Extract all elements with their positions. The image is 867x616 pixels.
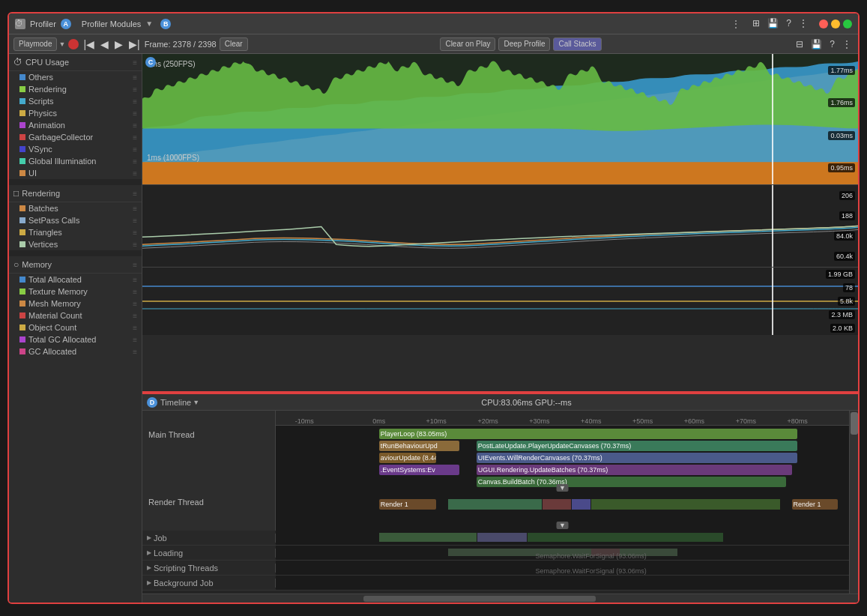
render-bar-right[interactable]: Render 1	[792, 499, 838, 510]
post-late-update-bar[interactable]: PostLateUpdate.PlayerUpdateCanvases (70.…	[477, 441, 797, 451]
playmode-arrow-icon[interactable]: ▼	[58, 40, 65, 48]
memory-chart[interactable]: 1.99 GB 78 5.8k 2.3 MB 2.0 KB	[142, 268, 858, 335]
help2-icon[interactable]: ?	[827, 39, 837, 49]
ui-events-bar[interactable]: UIEvents.WillRenderCanvases (70.37ms)	[477, 453, 797, 463]
triangles-handle[interactable]: ≡	[133, 229, 137, 237]
loading-expand-arrow[interactable]: ▶	[147, 549, 151, 556]
render-chart[interactable]: 206 188 84.0k 60.4k	[142, 185, 858, 268]
memory-drag-handle[interactable]: ≡	[133, 261, 137, 269]
sidebar-item-total-gc[interactable]: Total GC Allocated ≡	[9, 333, 142, 345]
canvas-build-bar[interactable]: Canvas.BuildBatch (70.36ms)	[477, 477, 786, 487]
sidebar-item-mesh-mem[interactable]: Mesh Memory ≡	[9, 298, 142, 309]
menu2-icon[interactable]: ⋮	[840, 39, 854, 49]
job-track[interactable]: ▶ Job	[142, 531, 849, 546]
sidebar-item-gi[interactable]: Global Illumination ≡	[9, 155, 142, 167]
object-count-handle[interactable]: ≡	[133, 324, 137, 332]
scrollbar-thumb[interactable]	[851, 412, 858, 435]
loading-track[interactable]: ▶ Loading Semaphore.WaitForSignal (93.06…	[142, 546, 849, 561]
timeline-dropdown-icon[interactable]: ▼	[193, 399, 199, 406]
memory-section-header[interactable]: ○ Memory ≡	[9, 256, 142, 274]
sidebar-item-gc[interactable]: GarbageCollector ≡	[9, 131, 142, 143]
sidebar-item-animation[interactable]: Animation ≡	[9, 119, 142, 131]
playmode-dropdown[interactable]: Playmode ▼	[13, 37, 65, 51]
sidebar-item-others[interactable]: Others ≡	[9, 71, 142, 83]
mesh-mem-handle[interactable]: ≡	[133, 300, 137, 308]
h-scrollbar-thumb[interactable]	[363, 596, 596, 602]
drag-handle[interactable]: ≡	[133, 58, 137, 67]
ugui-rendering-bar[interactable]: UGUI.Rendering.UpdateBatches (70.37ms)	[477, 465, 792, 475]
sidebar-item-gc-alloc[interactable]: GC Allocated ≡	[9, 345, 142, 357]
sidebar-item-object-count[interactable]: Object Count ≡	[9, 321, 142, 333]
ui-handle[interactable]: ≡	[133, 169, 137, 178]
expand-indicator[interactable]: ▼	[556, 484, 569, 492]
sidebar-item-ui[interactable]: UI ≡	[9, 167, 142, 179]
menu-icon[interactable]: ⋮	[797, 18, 810, 30]
toolbar-icon-1[interactable]: ⊞	[750, 18, 762, 30]
next-frame-btn[interactable]: ▶	[113, 38, 124, 50]
collapse-icon[interactable]: ⊟	[794, 39, 806, 49]
texture-mem-handle[interactable]: ≡	[133, 288, 137, 296]
sidebar-item-material-count[interactable]: Material Count ≡	[9, 309, 142, 321]
player-loop-bar[interactable]: PlayerLoop (83.05ms)	[379, 429, 797, 439]
run-behaviour-bar[interactable]: tRunBehaviourUpd	[379, 441, 459, 451]
window-minimize-btn[interactable]	[831, 19, 840, 28]
timeline-h-scrollbar[interactable]	[142, 594, 858, 603]
call-stacks-btn[interactable]: Call Stacks	[553, 37, 601, 51]
sidebar-item-rendering[interactable]: Rendering ≡	[9, 83, 142, 95]
scripting-expand-arrow[interactable]: ▶	[147, 564, 151, 571]
total-alloc-handle[interactable]: ≡	[133, 276, 137, 284]
next-frame-end-btn[interactable]: ▶|	[127, 38, 142, 50]
sidebar-item-setpass[interactable]: SetPass Calls ≡	[9, 214, 142, 226]
help-icon[interactable]: ?	[784, 18, 794, 30]
cpu-section-header[interactable]: ⏱ CPU Usage ≡	[9, 54, 142, 71]
event-systems-bar[interactable]: .EventSystems:Ev	[379, 465, 459, 475]
render-thread-content[interactable]: Render 1 Render 1	[276, 493, 849, 531]
scripts-handle[interactable]: ≡	[133, 97, 137, 106]
render-bar-left[interactable]: Render 1	[379, 499, 437, 510]
prev-frame-start-btn[interactable]: |◀	[82, 38, 96, 50]
more-options-icon[interactable]: ⋮	[731, 18, 741, 30]
window-close-btn[interactable]	[819, 19, 828, 28]
playmode-btn[interactable]: Playmode	[13, 37, 57, 51]
sidebar-item-vsync[interactable]: VSync ≡	[9, 143, 142, 155]
sidebar-item-texture-mem[interactable]: Texture Memory ≡	[9, 286, 142, 298]
scripting-threads-track[interactable]: ▶ Scripting Threads Semaphore.WaitForSig…	[142, 561, 849, 576]
bg-job-expand-arrow[interactable]: ▶	[147, 579, 151, 586]
gc-alloc-handle[interactable]: ≡	[133, 348, 137, 356]
dropdown-arrow-icon[interactable]: ▼	[145, 19, 153, 28]
sidebar-item-batches[interactable]: Batches ≡	[9, 202, 142, 214]
aviour-update-bar[interactable]: aviourUpdate (8.44	[379, 453, 437, 463]
gc-handle[interactable]: ≡	[133, 133, 137, 142]
physics-handle[interactable]: ≡	[133, 109, 137, 118]
sidebar-item-physics[interactable]: Physics ≡	[9, 107, 142, 119]
vsync-handle[interactable]: ≡	[133, 145, 137, 154]
vertices-handle[interactable]: ≡	[133, 241, 137, 249]
cpu-chart[interactable]: 4ms (250FPS) 1ms (1000FPS) 1.77ms	[142, 54, 858, 185]
render-drag-handle[interactable]: ≡	[133, 190, 137, 198]
charts-area[interactable]: C 4ms (250FPS) 1ms (1000FPS)	[142, 54, 858, 393]
prev-frame-btn[interactable]: ◀	[99, 38, 110, 50]
animation-handle[interactable]: ≡	[133, 121, 137, 130]
clear-btn[interactable]: Clear	[220, 37, 248, 51]
clear-on-play-btn[interactable]: Clear on Play	[440, 37, 495, 51]
toolbar-icon-2[interactable]: 💾	[765, 18, 781, 30]
main-thread-content[interactable]: PlayerLoop (83.05ms) PostLateUpdate.Play…	[276, 426, 849, 493]
sidebar-item-scripts[interactable]: Scripts ≡	[9, 95, 142, 107]
record-button[interactable]	[68, 39, 79, 49]
rendering-handle[interactable]: ≡	[133, 85, 137, 94]
total-gc-handle[interactable]: ≡	[133, 336, 137, 344]
rendering-section-header[interactable]: □ Rendering ≡	[9, 185, 142, 202]
sidebar-item-vertices[interactable]: Vertices ≡	[9, 238, 142, 250]
setpass-handle[interactable]: ≡	[133, 217, 137, 225]
job-expand-arrow[interactable]: ▶	[147, 534, 151, 541]
sidebar-item-triangles[interactable]: Triangles ≡	[9, 226, 142, 238]
save-icon[interactable]: 💾	[809, 39, 824, 49]
timeline-scrollbar[interactable]	[849, 411, 858, 594]
window-maximize-btn[interactable]	[843, 19, 852, 28]
sidebar-item-total-alloc[interactable]: Total Allocated ≡	[9, 274, 142, 286]
background-job-track[interactable]: ▶ Background Job	[142, 576, 849, 591]
material-count-handle[interactable]: ≡	[133, 312, 137, 320]
render-expand-indicator[interactable]: ▼	[556, 522, 569, 529]
gi-handle[interactable]: ≡	[133, 157, 137, 166]
others-handle[interactable]: ≡	[133, 73, 137, 82]
